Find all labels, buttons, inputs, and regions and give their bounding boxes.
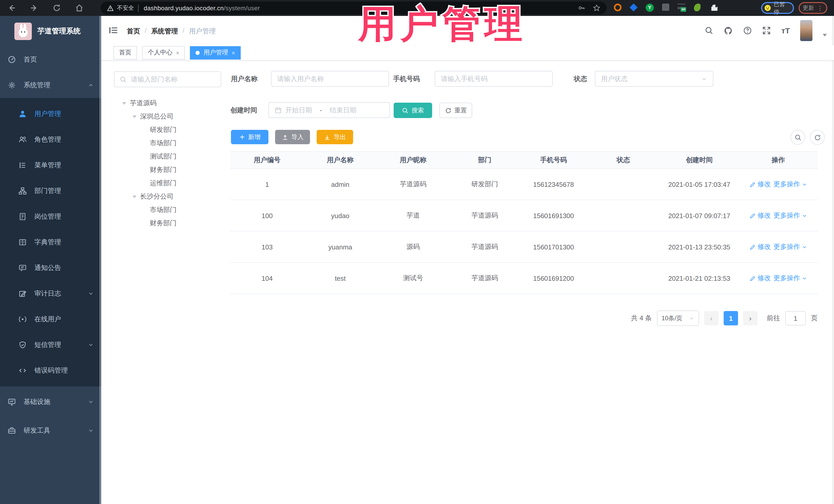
tab-home[interactable]: 首页: [113, 46, 137, 59]
page-size-select[interactable]: 10条/页: [657, 310, 699, 326]
tree-node-test-dept[interactable]: 测试部门: [114, 150, 229, 163]
sidebar-item-online-users[interactable]: 在线用户: [0, 306, 101, 332]
megaphone-icon: [19, 264, 27, 272]
tree-node-ops-dept[interactable]: 运维部门: [114, 177, 229, 190]
sidebar-item-home[interactable]: 首页: [0, 47, 101, 72]
toggle-search-button[interactable]: [790, 130, 805, 145]
sidebar-item-menu-mgmt[interactable]: 菜单管理: [0, 152, 101, 178]
browser-home-icon[interactable]: [75, 4, 84, 12]
avatar-caret-down-icon[interactable]: [823, 34, 827, 37]
tab-close-icon[interactable]: ×: [232, 49, 235, 56]
current-page-button[interactable]: 1: [724, 311, 738, 325]
extension-gem-icon[interactable]: [631, 5, 636, 10]
menu-tree-icon: [19, 161, 27, 169]
browser-reload-icon[interactable]: [52, 4, 61, 12]
import-button[interactable]: 导入: [275, 130, 310, 144]
refresh-table-button[interactable]: [810, 130, 825, 145]
sidebar-scrollbar[interactable]: [100, 16, 101, 504]
edit-link[interactable]: 修改: [749, 273, 771, 283]
prev-page-button[interactable]: ‹: [704, 311, 719, 325]
edit-link[interactable]: 修改: [749, 180, 771, 189]
tree-node-market-dept[interactable]: 市场部门: [114, 136, 229, 150]
tree-node-market-dept2[interactable]: 市场部门: [114, 203, 229, 217]
tree-node-shenzhen[interactable]: 深圳总公司: [114, 110, 229, 123]
tree-node-changsha[interactable]: 长沙分公司: [114, 190, 229, 203]
sidebar-item-post-mgmt[interactable]: 岗位管理: [0, 204, 101, 229]
browser-update-button[interactable]: 更新 ⋮: [798, 2, 827, 14]
user-avatar[interactable]: [800, 20, 812, 41]
extension-tampermonkey-icon[interactable]: on: [678, 4, 686, 12]
browser-back-icon[interactable]: [7, 4, 16, 12]
sidebar-item-user-mgmt[interactable]: 用户管理: [0, 101, 101, 127]
export-button[interactable]: 导出: [317, 130, 353, 144]
page-scrollbar[interactable]: [832, 16, 834, 504]
next-page-button[interactable]: ›: [743, 311, 758, 325]
password-key-icon[interactable]: [578, 4, 586, 12]
cell-nickname: 芋道源码: [377, 180, 449, 189]
header-actions: ᴛT: [705, 16, 827, 45]
end-date-placeholder[interactable]: 结束日期: [330, 106, 356, 115]
search-button[interactable]: 搜索: [394, 103, 432, 118]
start-date-placeholder[interactable]: 开始日期: [285, 106, 312, 115]
app-logo-row[interactable]: 芋道管理系统: [0, 16, 101, 47]
col-header-status: 状态: [587, 155, 659, 165]
tab-user-mgmt[interactable]: 用户管理 ×: [190, 46, 241, 59]
sidebar-item-error-code[interactable]: 错误码管理: [0, 358, 101, 384]
bookmark-star-icon[interactable]: [593, 4, 600, 12]
sidebar-item-audit-log[interactable]: 审计日志: [0, 281, 101, 306]
breadcrumb-home[interactable]: 首页: [127, 27, 140, 36]
mobile-field[interactable]: [435, 71, 553, 87]
sidebar-item-infrastructure[interactable]: 基础设施: [0, 389, 101, 415]
browser-forward-icon[interactable]: [30, 4, 39, 12]
tree-expand-icon[interactable]: [132, 115, 136, 118]
help-icon[interactable]: [743, 26, 752, 35]
sidebar-item-dept-mgmt[interactable]: 部门管理: [0, 178, 101, 204]
browser-menu-dots-icon[interactable]: ⋮: [817, 4, 823, 12]
header-search-icon[interactable]: [705, 26, 714, 35]
extension-leaf-icon[interactable]: [694, 4, 701, 11]
reset-button[interactable]: 重置: [439, 103, 472, 118]
fullscreen-icon[interactable]: [762, 26, 771, 35]
tree-node-finance-dept2[interactable]: 财务部门: [114, 217, 229, 230]
username-input[interactable]: [277, 75, 383, 83]
tab-profile[interactable]: 个人中心 ×: [142, 46, 185, 59]
page-size-value: 10条/页: [662, 314, 682, 323]
address-bar[interactable]: 不安全 dashboard.yudao.iocoder.cn/system/us…: [101, 2, 607, 14]
font-size-icon[interactable]: ᴛT: [782, 26, 790, 35]
goto-page-input[interactable]: [785, 311, 806, 325]
dept-search-box[interactable]: [114, 71, 221, 87]
tab-close-icon[interactable]: ×: [176, 49, 179, 56]
browser-profile-chip[interactable]: 已暂停: [761, 2, 794, 14]
extension-green-icon[interactable]: Y: [646, 4, 654, 12]
extension-grid-icon[interactable]: [662, 4, 669, 11]
date-range-picker[interactable]: 开始日期 - 结束日期: [268, 102, 390, 118]
status-select[interactable]: 用户状态: [595, 71, 714, 87]
github-icon[interactable]: [724, 26, 733, 35]
more-actions-link[interactable]: 更多操作: [773, 211, 807, 220]
sidebar-item-notice[interactable]: 通知公告: [0, 255, 101, 281]
more-actions-link[interactable]: 更多操作: [773, 273, 807, 283]
tree-node-rd-dept[interactable]: 研发部门: [114, 123, 229, 136]
tree-expand-icon[interactable]: [122, 102, 126, 105]
breadcrumb-system[interactable]: 系统管理: [151, 27, 178, 36]
tree-node-root[interactable]: 芋道源码: [114, 96, 229, 110]
edit-link[interactable]: 修改: [749, 242, 771, 251]
more-actions-link[interactable]: 更多操作: [773, 242, 807, 251]
edit-link[interactable]: 修改: [749, 211, 771, 220]
cell-id: 103: [231, 243, 304, 251]
add-button[interactable]: 新增: [231, 130, 268, 144]
mobile-input[interactable]: [441, 75, 547, 83]
dept-search-input[interactable]: [131, 75, 208, 83]
extension-orange-icon[interactable]: [614, 4, 621, 11]
sidebar-item-dev-tools[interactable]: 研发工具: [0, 418, 101, 443]
more-actions-link[interactable]: 更多操作: [773, 180, 807, 189]
username-field[interactable]: [271, 71, 389, 87]
extensions-puzzle-icon[interactable]: [710, 4, 719, 12]
tree-expand-icon[interactable]: [132, 195, 136, 198]
sidebar-item-dict-mgmt[interactable]: 字典管理: [0, 229, 101, 255]
hamburger-icon[interactable]: [109, 26, 118, 35]
sidebar-item-sms-mgmt[interactable]: 短信管理: [0, 332, 101, 358]
sidebar-item-role-mgmt[interactable]: 角色管理: [0, 127, 101, 152]
sidebar-item-system[interactable]: 系统管理: [0, 72, 101, 98]
tree-node-finance-dept[interactable]: 财务部门: [114, 163, 229, 177]
